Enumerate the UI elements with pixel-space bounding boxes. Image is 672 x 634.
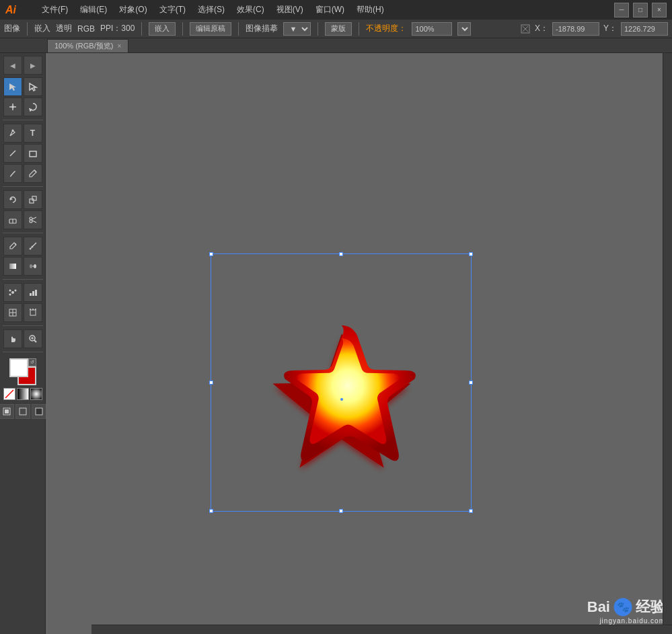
watermark-logo: Bai 🐾 经验 [587,597,665,617]
change-screen-mode-icon[interactable] [0,404,14,419]
line-tool[interactable] [3,144,22,163]
magic-wand-tool[interactable] [3,97,22,116]
svg-point-32 [9,290,11,292]
embed-label: 嵌入 [34,23,50,34]
radial-gradient-icon[interactable] [30,388,42,400]
eraser-tool[interactable] [3,210,22,229]
scale-tool[interactable] [24,190,42,209]
tab-close-icon[interactable]: × [117,42,121,50]
menu-edit[interactable]: 编辑(E) [75,3,112,17]
watermark-url: jingyan.baidu.com [599,617,665,625]
direct-selection-tool[interactable] [24,77,42,96]
gradient-blend-row [3,257,42,276]
horizontal-scrollbar[interactable] [91,625,672,634]
menu-effect[interactable]: 效果(C) [231,3,270,17]
svg-rect-36 [32,291,34,296]
reset-colors-icon[interactable]: ↺ [28,358,36,366]
selection-tools-row [3,77,42,96]
menu-text[interactable]: 文字(T) [154,3,191,17]
svg-rect-41 [30,310,36,315]
pen-tool[interactable] [3,124,22,143]
menu-object[interactable]: 对象(O) [114,3,152,17]
symbol-tool[interactable] [3,283,22,302]
mask-button[interactable]: 蒙版 [325,22,352,36]
svg-point-33 [14,290,16,292]
baidu-text: Bai [587,598,610,616]
minimize-button[interactable]: ─ [614,3,629,17]
active-tab[interactable]: 100% (RGB/预览) × [47,39,128,52]
pencil-tool[interactable] [24,164,42,183]
blend-tool[interactable] [24,257,42,276]
image-trace-dropdown[interactable]: ▼ [283,22,311,36]
svg-rect-52 [20,408,26,415]
svg-point-19 [30,217,32,220]
color-swatches[interactable]: ↺ [9,358,36,385]
type-tool[interactable]: T [24,124,42,143]
stroke-none-area [0,404,46,419]
artboard-tool[interactable] [24,303,42,322]
separator-4 [3,279,43,280]
edit-original-button[interactable]: 编辑原稿 [190,22,231,36]
collapse-left-icon[interactable]: ◀ [3,56,22,75]
menu-view[interactable]: 视图(V) [271,3,309,17]
svg-rect-51 [5,409,9,413]
zoom-tool[interactable] [24,329,42,348]
presentation-icon[interactable] [32,404,46,419]
opacity-dropdown[interactable]: ▼ [457,22,471,36]
svg-point-20 [30,220,32,223]
separator-1 [3,120,43,120]
menu-window[interactable]: 窗口(W) [310,3,350,17]
rect-tool[interactable] [24,144,42,163]
rotate-scale-row [3,190,42,209]
measure-tool[interactable] [24,237,42,255]
hand-zoom-row [3,329,42,348]
collapse-right-icon[interactable]: ▶ [24,56,42,75]
ai-logo: Ai [5,4,28,16]
opacity-label: 不透明度： [366,23,406,34]
embed-button[interactable]: 嵌入 [149,22,176,36]
separator3 [182,22,183,36]
close-button[interactable]: × [652,3,667,17]
vertical-scrollbar[interactable] [663,53,672,625]
menu-select[interactable]: 选择(S) [192,3,230,17]
svg-line-11 [10,151,15,156]
secondary-toolbar: 图像 嵌入 透明 RGB PPI：300 嵌入 编辑原稿 图像描摹 ▼ 蒙版 不… [0,19,672,38]
baidu-du-text: 经验 [636,597,665,617]
eraser-scissors-row [3,210,42,229]
view-icon[interactable] [15,404,30,419]
svg-point-54 [340,398,343,401]
separator4 [238,22,239,36]
x-coord-value[interactable]: -1878.99 [552,22,599,36]
hand-tool[interactable] [3,329,22,348]
selection-tool[interactable] [3,77,22,96]
eyedropper-tool[interactable] [3,237,22,255]
graph-tool[interactable] [24,283,42,302]
svg-line-24 [30,243,36,249]
none-icon[interactable] [3,388,15,400]
maximize-button[interactable]: □ [633,3,648,17]
svg-text:🐾: 🐾 [617,601,630,613]
svg-point-23 [15,243,16,245]
lasso-tool[interactable] [24,97,42,116]
opacity-input[interactable]: 100% [412,22,452,36]
magic-lasso-row [3,97,42,116]
svg-rect-27 [9,264,16,269]
menu-file[interactable]: 文件(F) [36,3,73,17]
image-trace-label: 图像描摹 [246,23,278,34]
linear-gradient-icon[interactable] [17,388,29,400]
y-coord-value[interactable]: 1226.729 [621,22,668,36]
star-graphic [200,255,483,537]
title-bar: Ai 文件(F) 编辑(E) 对象(O) 文字(T) 选择(S) 效果(C) 视… [0,0,672,19]
svg-rect-53 [36,408,42,415]
separator1 [27,22,28,36]
pen-type-row: T [3,124,42,143]
scissors-tool[interactable] [24,210,42,229]
separator2 [141,22,142,36]
svg-marker-14 [10,198,13,200]
foreground-color-swatch[interactable] [9,358,28,377]
menu-help[interactable]: 帮助(H) [351,3,389,17]
rotate-tool[interactable] [3,190,22,209]
gradient-tool[interactable] [3,257,22,276]
brush-tool[interactable] [3,164,22,183]
slice-tool[interactable] [3,303,22,322]
